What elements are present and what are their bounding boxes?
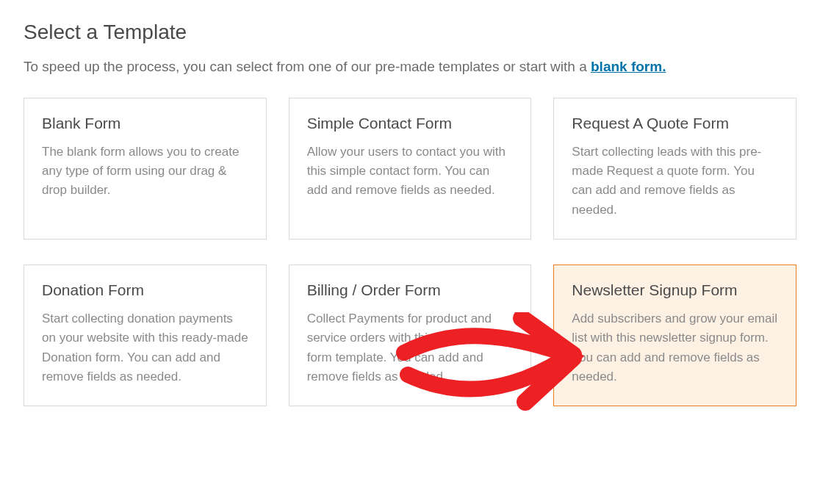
template-desc: Allow your users to contact you with thi… — [307, 143, 514, 201]
template-card-billing-order-form[interactable]: Billing / Order Form Collect Payments fo… — [289, 264, 532, 406]
template-desc: Add subscribers and grow your email list… — [572, 309, 778, 386]
template-card-simple-contact-form[interactable]: Simple Contact Form Allow your users to … — [289, 98, 532, 240]
template-title: Billing / Order Form — [307, 281, 514, 299]
template-desc: The blank form allows you to create any … — [42, 143, 248, 201]
subtitle-text: To speed up the process, you can select … — [24, 59, 591, 74]
template-desc: Start collecting donation payments on yo… — [42, 309, 248, 386]
template-desc: Start collecting leads with this pre-mad… — [572, 143, 778, 220]
template-title: Simple Contact Form — [307, 115, 514, 132]
page-title: Select a Template — [24, 21, 796, 44]
template-card-newsletter-signup-form[interactable]: Newsletter Signup Form Add subscribers a… — [553, 264, 796, 406]
template-title: Request A Quote Form — [572, 115, 778, 132]
template-title: Donation Form — [42, 281, 248, 299]
template-title: Newsletter Signup Form — [572, 281, 778, 299]
blank-form-link[interactable]: blank form. — [591, 59, 666, 74]
template-card-request-a-quote-form[interactable]: Request A Quote Form Start collecting le… — [553, 98, 796, 240]
template-title: Blank Form — [42, 115, 248, 132]
template-card-blank-form[interactable]: Blank Form The blank form allows you to … — [24, 98, 267, 240]
page-subtitle: To speed up the process, you can select … — [24, 57, 796, 77]
template-desc: Collect Payments for product and service… — [307, 309, 514, 386]
template-card-donation-form[interactable]: Donation Form Start collecting donation … — [24, 264, 267, 406]
templates-grid: Blank Form The blank form allows you to … — [24, 98, 796, 407]
